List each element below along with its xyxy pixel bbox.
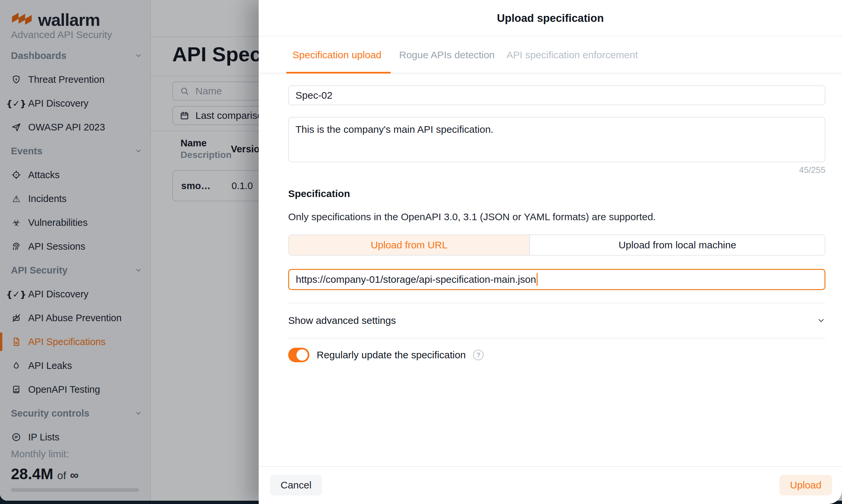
- tab-rogue-apis-detection[interactable]: Rogue APIs detection: [399, 37, 495, 73]
- text-caret: [537, 273, 538, 286]
- url-value: https://company-01/storage/api-specifica…: [296, 274, 536, 285]
- spec-name-input[interactable]: [288, 86, 825, 105]
- upload-from-url-tab[interactable]: Upload from URL: [289, 235, 530, 255]
- regular-update-toggle[interactable]: [288, 348, 309, 362]
- divider: [288, 303, 825, 303]
- tab-specification-upload[interactable]: Specification upload: [292, 37, 381, 73]
- drawer-title: Upload specification: [259, 0, 842, 36]
- show-advanced-settings[interactable]: Show advanced settings: [288, 311, 825, 330]
- divider: [288, 338, 825, 338]
- source-segmented-control: Upload from URL Upload from local machin…: [288, 234, 825, 256]
- help-icon[interactable]: ?: [473, 350, 484, 360]
- spec-url-input[interactable]: https://company-01/storage/api-specifica…: [288, 269, 825, 290]
- spec-description-textarea[interactable]: This is the company's main API specifica…: [288, 117, 825, 162]
- active-tab-underline: [286, 72, 391, 73]
- cancel-button[interactable]: Cancel: [270, 475, 322, 496]
- chevron-down-icon: [817, 316, 825, 325]
- regular-update-row: Regularly update the specification ?: [288, 348, 484, 362]
- char-counter: 45/255: [799, 165, 825, 175]
- specification-heading: Specification: [288, 188, 350, 199]
- tab-api-specification-enforcement[interactable]: API specification enforcement: [506, 37, 638, 73]
- specification-hint: Only specifications in the OpenAPI 3.0, …: [288, 211, 656, 222]
- toggle-knob: [297, 349, 308, 361]
- drawer-tabs: Specification upload Rogue APIs detectio…: [259, 37, 842, 73]
- upload-from-local-machine-tab[interactable]: Upload from local machine: [530, 235, 825, 255]
- upload-button[interactable]: Upload: [780, 475, 832, 496]
- upload-specification-drawer: Upload specification Specification uploa…: [259, 0, 842, 504]
- toggle-label: Regularly update the specification: [317, 349, 466, 361]
- drawer-footer: Cancel Upload: [259, 466, 842, 504]
